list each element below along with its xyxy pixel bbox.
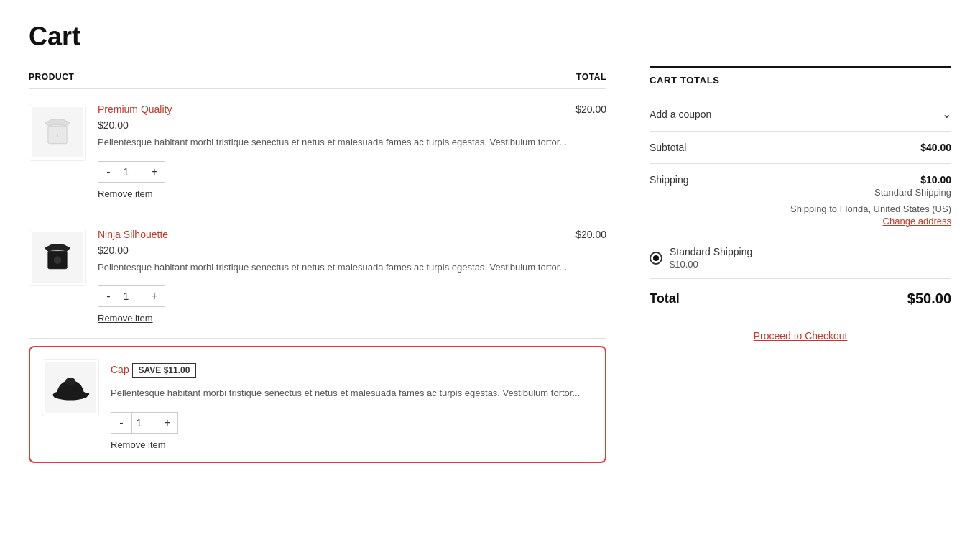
remove-item-ninja[interactable]: Remove item	[98, 313, 575, 324]
product-name-link-cap[interactable]: Cap	[111, 364, 129, 375]
cart-totals-title: CART TOTALS	[650, 75, 951, 86]
remove-item-cap[interactable]: Remove item	[111, 439, 593, 450]
cart-table-body: T Premium Quality $20.00 Pellentesque ha…	[29, 88, 606, 339]
svg-point-5	[54, 256, 62, 264]
product-image-premium: T	[29, 104, 86, 161]
save-badge-cap: SAVE $11.00	[132, 363, 197, 378]
cart-totals: CART TOTALS Add a coupon ⌄ Subtotal $40.…	[650, 66, 951, 342]
item-total-premium: $20.00	[575, 88, 606, 214]
shipping-standard: Standard Shipping	[790, 187, 951, 198]
qty-input-premium[interactable]	[119, 162, 144, 182]
qty-input-ninja[interactable]	[119, 286, 144, 306]
qty-minus-cap[interactable]: -	[111, 413, 131, 433]
shipping-details: $10.00 Standard Shipping Shipping to Flo…	[790, 174, 951, 227]
cart-main: PRODUCT TOTAL	[29, 66, 606, 463]
qty-minus-premium[interactable]: -	[98, 162, 119, 182]
page-container: Cart PRODUCT TOTAL	[0, 0, 980, 485]
product-price-premium: $20.00	[98, 119, 575, 131]
product-price-ninja: $20.00	[98, 244, 575, 256]
cart-layout: PRODUCT TOTAL	[29, 66, 951, 463]
shipping-option-price: $10.00	[670, 259, 752, 270]
table-row: T Premium Quality $20.00 Pellentesque ha…	[29, 88, 606, 214]
shipping-label: Shipping	[650, 174, 689, 186]
product-info-ninja: Ninja Silhouette $20.00 Pellentesque hab…	[98, 229, 575, 324]
product-desc-cap: Pellentesque habitant morbi tristique se…	[111, 386, 593, 401]
shipping-radio[interactable]	[650, 252, 662, 265]
shipping-row: Shipping $10.00 Standard Shipping Shippi…	[650, 164, 951, 237]
total-label: Total	[650, 291, 680, 306]
product-name-link-premium[interactable]: Premium Quality	[98, 104, 172, 115]
radio-dot	[653, 255, 659, 261]
product-image-ninja	[29, 229, 86, 286]
shipping-option-name: Standard Shipping	[670, 246, 752, 257]
product-info-cap: Cap SAVE $11.00 Pellentesque habitant mo…	[111, 359, 593, 450]
product-desc-ninja: Pellentesque habitant morbi tristique se…	[98, 260, 575, 275]
subtotal-label: Subtotal	[650, 142, 686, 153]
total-value: $50.00	[907, 291, 951, 307]
svg-rect-9	[83, 393, 90, 395]
remove-item-premium[interactable]: Remove item	[98, 188, 575, 199]
svg-point-8	[65, 378, 75, 385]
col-total-header: TOTAL	[575, 66, 606, 88]
highlighted-cart-item: Cap SAVE $11.00 Pellentesque habitant mo…	[29, 346, 606, 463]
qty-control-ninja: - +	[98, 285, 165, 307]
shipping-option-row[interactable]: Standard Shipping $10.00	[650, 237, 951, 279]
product-cell-ninja: Ninja Silhouette $20.00 Pellentesque hab…	[29, 229, 575, 324]
chevron-down-icon: ⌄	[942, 107, 951, 121]
qty-input-cap[interactable]	[131, 413, 157, 433]
coupon-row[interactable]: Add a coupon ⌄	[650, 97, 951, 132]
subtotal-row: Subtotal $40.00	[650, 132, 951, 164]
cart-table-header: PRODUCT TOTAL	[29, 66, 606, 88]
item-total-ninja: $20.00	[575, 214, 606, 339]
col-product-header: PRODUCT	[29, 66, 575, 88]
shipping-option-info: Standard Shipping $10.00	[670, 246, 752, 270]
shipping-address: Shipping to Florida, United States (US)	[790, 204, 951, 214]
qty-control-cap: - +	[111, 412, 178, 434]
svg-text:T: T	[56, 133, 60, 138]
product-name-link-ninja[interactable]: Ninja Silhouette	[98, 229, 168, 240]
page-title: Cart	[29, 22, 951, 52]
shipping-value: $10.00	[920, 174, 951, 186]
qty-control-premium: - +	[98, 161, 165, 183]
checkout-button[interactable]: Proceed to Checkout	[650, 330, 951, 342]
product-info-premium: Premium Quality $20.00 Pellentesque habi…	[98, 104, 575, 199]
change-address-link[interactable]: Change address	[790, 216, 951, 227]
product-cell: T Premium Quality $20.00 Pellentesque ha…	[29, 104, 575, 199]
qty-plus-premium[interactable]: +	[144, 162, 165, 182]
table-row: Ninja Silhouette $20.00 Pellentesque hab…	[29, 214, 606, 339]
product-cell-cap: Cap SAVE $11.00 Pellentesque habitant mo…	[42, 359, 593, 450]
qty-plus-cap[interactable]: +	[157, 413, 177, 433]
total-row: Total $50.00	[650, 279, 951, 319]
subtotal-value: $40.00	[920, 142, 951, 153]
qty-plus-ninja[interactable]: +	[144, 286, 165, 306]
product-desc-premium: Pellentesque habitant morbi tristique se…	[98, 135, 575, 150]
coupon-label: Add a coupon	[650, 109, 711, 120]
cart-table: PRODUCT TOTAL	[29, 66, 606, 339]
cart-sidebar: CART TOTALS Add a coupon ⌄ Subtotal $40.…	[650, 66, 951, 342]
qty-minus-ninja[interactable]: -	[98, 286, 119, 306]
product-image-cap	[42, 359, 99, 416]
